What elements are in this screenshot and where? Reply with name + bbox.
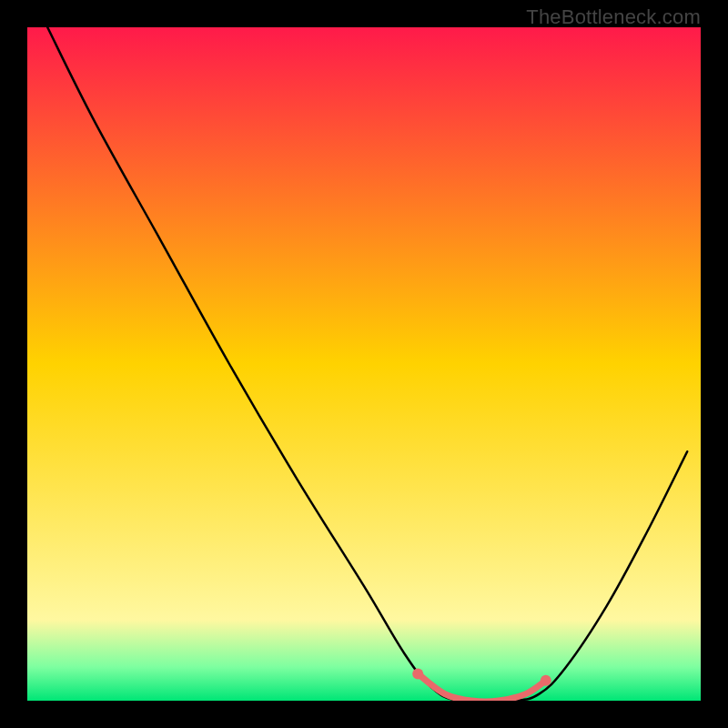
chart-frame	[27, 27, 701, 701]
chart-svg	[27, 27, 701, 701]
chart-background	[27, 27, 701, 701]
watermark-text: TheBottleneck.com	[526, 5, 701, 29]
marker-dot-1	[541, 675, 551, 686]
marker-dot-0	[412, 668, 423, 679]
